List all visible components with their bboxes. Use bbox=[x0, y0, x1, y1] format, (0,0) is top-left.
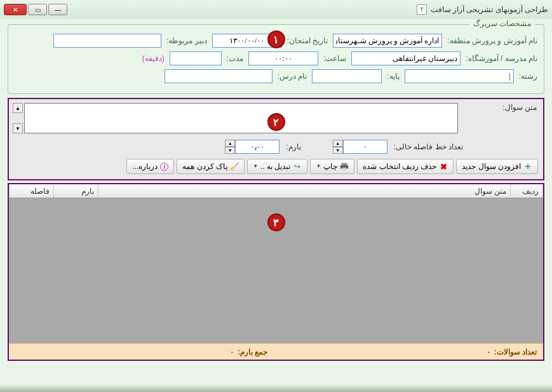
clear-all-button[interactable]: 🧹 پاک کردن همه bbox=[177, 159, 245, 174]
about-label: درباره... bbox=[132, 162, 158, 171]
question-grid: ردیف متن سوال بارم فاصله bbox=[9, 184, 543, 343]
summary-count-value: ۰ bbox=[487, 348, 490, 356]
time-label: ساعت: bbox=[323, 54, 346, 63]
svg-rect-2 bbox=[342, 168, 347, 170]
add-question-button[interactable]: ＋ افزودن سوال جدید bbox=[456, 159, 538, 174]
empty-lines-label: تعداد خط فاصله خالی: bbox=[394, 142, 463, 151]
summary-total-label: جمع بارم: bbox=[238, 348, 267, 356]
scroll-down-button[interactable]: ▼ bbox=[13, 123, 23, 133]
exam-date-label: تاریخ امتحان: bbox=[287, 36, 328, 45]
duration-input[interactable] bbox=[170, 51, 222, 65]
region-label: نام آموزش و پرورش منطقه: bbox=[447, 36, 537, 45]
score-down[interactable]: ▼ bbox=[225, 147, 235, 154]
grid-col-row[interactable]: ردیف bbox=[510, 184, 543, 198]
question-section: متن سوال: ▲ ▼ تعداد خط فاصله خالی: ۰ bbox=[8, 98, 544, 180]
header-legend: مشخصات سربرگ bbox=[469, 19, 535, 28]
school-input[interactable] bbox=[351, 51, 461, 65]
convert-arrow-icon: ↪ bbox=[293, 162, 302, 171]
titlebar: ✕ ▭ — طراحی آزمونهای تشریحی آراز سافت T bbox=[0, 0, 552, 19]
window: ✕ ▭ — طراحی آزمونهای تشریحی آراز سافت T … bbox=[0, 0, 552, 392]
question-text-label: متن سوال: bbox=[463, 103, 539, 112]
scroll-up-button[interactable]: ▲ bbox=[13, 103, 23, 113]
grid-header: ردیف متن سوال بارم فاصله bbox=[9, 184, 543, 198]
convert-button[interactable]: ↪ تبدیل به .. ▼ bbox=[247, 159, 307, 174]
app-icon: T bbox=[417, 4, 427, 15]
maximize-button[interactable]: ▭ bbox=[28, 4, 47, 15]
badge-2: ۲ bbox=[267, 113, 285, 131]
print-label: چاپ bbox=[323, 162, 337, 171]
about-button[interactable]: i درباره... bbox=[126, 159, 174, 174]
score-label: بارم: bbox=[286, 142, 300, 151]
grid-col-gap[interactable]: فاصله bbox=[9, 184, 53, 198]
course-label: نام درس: bbox=[278, 72, 307, 81]
broom-icon: 🧹 bbox=[230, 162, 239, 171]
svg-rect-0 bbox=[342, 163, 347, 166]
summary-total-value: ۰ bbox=[230, 348, 234, 356]
print-button[interactable]: چاپ ▼ bbox=[310, 159, 354, 174]
score-value[interactable]: ۰٫۰۰ bbox=[235, 140, 279, 154]
score-up[interactable]: ▲ bbox=[225, 140, 235, 147]
chevron-down-icon: ▼ bbox=[316, 164, 321, 169]
region-input[interactable] bbox=[333, 34, 442, 48]
window-title: طراحی آزمونهای تشریحی آراز سافت bbox=[431, 5, 548, 14]
plus-icon: ＋ bbox=[523, 162, 532, 171]
empty-lines-spinner: ۰ ▲ ▼ bbox=[333, 140, 387, 154]
school-label: نام مدرسه / آموزشگاه: bbox=[466, 54, 537, 63]
course-input[interactable] bbox=[165, 69, 273, 83]
duration-label: مدت: bbox=[227, 54, 243, 63]
grade-input[interactable] bbox=[312, 69, 382, 83]
empty-lines-down[interactable]: ▼ bbox=[333, 147, 343, 154]
empty-lines-value[interactable]: ۰ bbox=[343, 140, 387, 154]
window-title-wrap: طراحی آزمونهای تشریحی آراز سافت T bbox=[417, 4, 548, 15]
textarea-scrollbar: ▲ ▼ bbox=[13, 103, 23, 133]
empty-lines-up[interactable]: ▲ bbox=[333, 140, 343, 147]
grid-col-score[interactable]: بارم bbox=[53, 184, 98, 198]
delete-row-button[interactable]: ✖ حذف ردیف انتخاب شده bbox=[357, 159, 454, 174]
grade-label: پایه: bbox=[387, 72, 399, 81]
clear-all-label: پاک کردن همه bbox=[182, 162, 227, 171]
close-button[interactable]: ✕ bbox=[4, 4, 27, 15]
field-label: رشته: bbox=[519, 72, 537, 81]
printer-icon bbox=[340, 162, 349, 171]
badge-3: ۳ bbox=[267, 213, 285, 231]
teacher-input[interactable] bbox=[53, 34, 161, 48]
bottom-shadow bbox=[0, 384, 552, 392]
add-question-label: افزودن سوال جدید bbox=[462, 162, 521, 171]
summary-bar: تعداد سوالات: ۰ جمع بارم: ۰ bbox=[9, 343, 543, 360]
score-spinner: ۰٫۰۰ ▲ ▼ bbox=[225, 140, 279, 154]
question-text-input[interactable] bbox=[24, 103, 458, 133]
duration-unit: (دقیقه) bbox=[142, 54, 165, 63]
summary-count-label: تعداد سوالات: bbox=[494, 348, 537, 356]
grid-col-text[interactable]: متن سوال bbox=[98, 184, 510, 198]
time-input[interactable] bbox=[248, 51, 318, 65]
content: ۱ ۲ ۳ مشخصات سربرگ نام آموزش و پرورش منط… bbox=[0, 19, 552, 365]
x-icon: ✖ bbox=[439, 162, 448, 171]
minimize-button[interactable]: — bbox=[48, 4, 67, 15]
window-buttons: ✕ ▭ — bbox=[4, 4, 67, 15]
teacher-label: دبیر مربوطه: bbox=[166, 36, 207, 45]
field-input[interactable] bbox=[405, 69, 514, 83]
grid-section: ردیف متن سوال بارم فاصله تعداد سوالات: ۰… bbox=[8, 183, 544, 361]
chevron-down-icon: ▼ bbox=[253, 164, 258, 169]
delete-row-label: حذف ردیف انتخاب شده bbox=[363, 162, 436, 171]
toolbar: ＋ افزودن سوال جدید ✖ حذف ردیف انتخاب شده… bbox=[13, 158, 539, 175]
badge-1: ۱ bbox=[267, 30, 285, 48]
convert-label: تبدیل به .. bbox=[260, 162, 290, 171]
info-icon: i bbox=[160, 163, 168, 171]
